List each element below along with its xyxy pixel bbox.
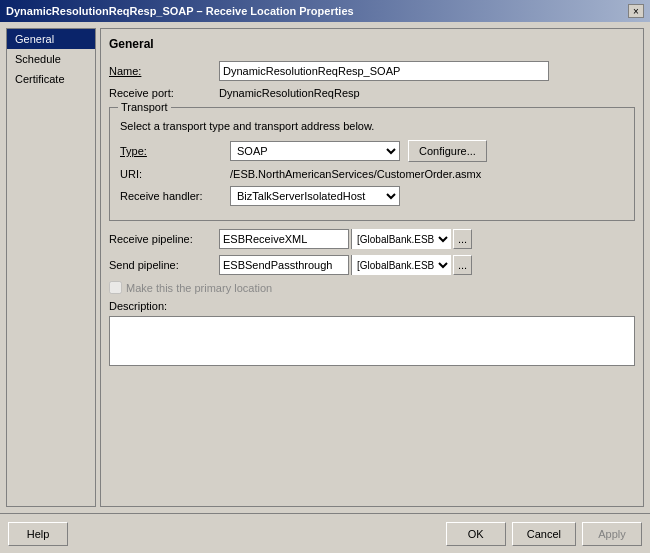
title-bar-text: DynamicResolutionReqResp_SOAP – Receive … xyxy=(6,5,354,17)
send-pipeline-combo: [GlobalBank.ESB.Dyr ... xyxy=(219,255,472,275)
handler-dropdown[interactable]: BizTalkServerIsolatedHost BizTalkServerA… xyxy=(230,186,400,206)
sidebar: General Schedule Certificate xyxy=(6,28,96,507)
primary-location-row: Make this the primary location xyxy=(109,281,635,294)
apply-button[interactable]: Apply xyxy=(582,522,642,546)
cancel-button[interactable]: Cancel xyxy=(512,522,576,546)
send-pipeline-browse-button[interactable]: ... xyxy=(453,255,472,275)
close-button[interactable]: × xyxy=(628,4,644,18)
configure-button[interactable]: Configure... xyxy=(408,140,487,162)
receive-pipeline-combo: [GlobalBank.ESB.Dynamic ... xyxy=(219,229,472,249)
panel-title: General xyxy=(109,37,635,51)
sidebar-item-general[interactable]: General xyxy=(7,29,95,49)
action-buttons: OK Cancel Apply xyxy=(446,522,642,546)
description-label: Description: xyxy=(109,300,635,312)
sidebar-item-schedule[interactable]: Schedule xyxy=(7,49,95,69)
ok-button[interactable]: OK xyxy=(446,522,506,546)
primary-location-checkbox[interactable] xyxy=(109,281,122,294)
send-pipeline-assembly-dropdown[interactable]: [GlobalBank.ESB.Dyr xyxy=(351,255,451,275)
receive-pipeline-row: Receive pipeline: [GlobalBank.ESB.Dynami… xyxy=(109,229,635,249)
handler-label: Receive handler: xyxy=(120,190,230,202)
send-pipeline-name[interactable] xyxy=(219,255,349,275)
receive-port-row: Receive port: DynamicResolutionReqResp xyxy=(109,87,635,99)
uri-label: URI: xyxy=(120,168,230,180)
type-label: Type: xyxy=(120,145,230,157)
title-bar: DynamicResolutionReqResp_SOAP – Receive … xyxy=(0,0,650,22)
content-area: General Schedule Certificate General Nam… xyxy=(0,22,650,513)
description-textarea[interactable] xyxy=(109,316,635,366)
name-input[interactable] xyxy=(219,61,549,81)
name-row: Name: xyxy=(109,61,635,81)
primary-location-label: Make this the primary location xyxy=(126,282,272,294)
send-pipeline-row: Send pipeline: [GlobalBank.ESB.Dyr ... xyxy=(109,255,635,275)
receive-pipeline-browse-button[interactable]: ... xyxy=(453,229,472,249)
type-row: Type: SOAP HTTP FILE FTP MSMQ Configure.… xyxy=(120,140,624,162)
button-bar: Help OK Cancel Apply xyxy=(0,513,650,553)
dialog-body: General Schedule Certificate General Nam… xyxy=(0,22,650,553)
sidebar-item-certificate[interactable]: Certificate xyxy=(7,69,95,89)
receive-pipeline-label: Receive pipeline: xyxy=(109,233,219,245)
uri-row: URI: /ESB.NorthAmericanServices/Customer… xyxy=(120,168,624,180)
transport-hint: Select a transport type and transport ad… xyxy=(120,120,624,132)
receive-port-label: Receive port: xyxy=(109,87,219,99)
receive-pipeline-name[interactable] xyxy=(219,229,349,249)
transport-legend: Transport xyxy=(118,101,171,113)
send-pipeline-label: Send pipeline: xyxy=(109,259,219,271)
uri-value: /ESB.NorthAmericanServices/CustomerOrder… xyxy=(230,168,481,180)
receive-pipeline-assembly-dropdown[interactable]: [GlobalBank.ESB.Dynamic xyxy=(351,229,451,249)
type-dropdown[interactable]: SOAP HTTP FILE FTP MSMQ xyxy=(230,141,400,161)
main-panel: General Name: Receive port: DynamicResol… xyxy=(100,28,644,507)
name-label: Name: xyxy=(109,65,219,77)
transport-group: Transport Select a transport type and tr… xyxy=(109,107,635,221)
receive-port-value: DynamicResolutionReqResp xyxy=(219,87,360,99)
handler-row: Receive handler: BizTalkServerIsolatedHo… xyxy=(120,186,624,206)
help-button[interactable]: Help xyxy=(8,522,68,546)
